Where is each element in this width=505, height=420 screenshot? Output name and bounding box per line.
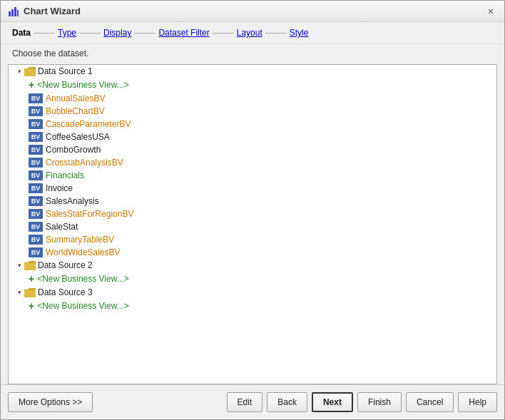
step-divider-4 [213,33,234,34]
chart-wizard-icon [8,6,19,17]
step-divider-5 [265,33,287,34]
bv-worldwide-label: WorldWideSalesBV [46,247,120,257]
step-divider-2 [79,33,101,34]
tree-bv-crosstabanalysisBV[interactable]: BV CrosstabAnalysisBV [9,156,496,169]
close-button[interactable]: × [484,5,497,18]
bv-badge-financials: BV [29,170,43,180]
step-display: Display [103,28,131,38]
expand-icon-ds1: ▾ [14,66,24,76]
svg-rect-2 [14,7,16,16]
bv-badge-summary: BV [29,235,43,245]
tree-bv-cascadeparameterbv[interactable]: BV CascadeParameterBV [9,118,496,130]
tree-bv-coffeesalesusa[interactable]: BV CoffeeSalesUSA [9,130,496,143]
bv-badge-crosstab: BV [29,158,43,168]
bv-bubble-label: BubbleChartBV [46,106,105,116]
chart-wizard-dialog: Chart Wizard × Data Type Display Dataset… [0,0,505,420]
bv-cascade-label: CascadeParameterBV [46,119,131,129]
tree-bv-invoice[interactable]: BV Invoice [9,182,496,195]
back-button[interactable]: Back [267,392,307,412]
plus-icon-ds2: + [29,273,34,285]
bv-salestat-label: SaleStat [46,222,78,232]
title-bar-left: Chart Wizard [8,6,81,17]
plus-icon-ds1: + [29,79,34,91]
edit-button[interactable]: Edit [227,392,263,412]
step-layout-label[interactable]: Layout [237,28,262,38]
more-options-button[interactable]: More Options >> [8,392,93,412]
bv-crosstab-label: CrosstabAnalysisBV [46,158,123,168]
step-data: Data [12,28,31,38]
cancel-button[interactable]: Cancel [406,392,454,412]
wizard-steps: Data Type Display Dataset Filter Layout … [1,22,504,44]
tree-bv-salestat[interactable]: BV SaleStat [9,220,496,233]
title-bar: Chart Wizard × [1,1,504,22]
bv-badge-coffee: BV [29,132,43,142]
button-bar: More Options >> Edit Back Next Finish Ca… [1,384,504,419]
tree-new-bv-ds1[interactable]: + <New Business View...> [9,78,496,92]
tree-new-bv-ds3[interactable]: + <New Business View...> [9,299,496,313]
bv-financials-label: Financials [46,170,84,180]
svg-rect-1 [11,9,14,16]
new-bv-ds1-label: <New Business View...> [37,80,129,90]
step-type: Type [58,28,76,38]
bv-badge-invoice: BV [29,183,43,193]
bv-summary-label: SummaryTableBV [46,235,114,245]
bv-combo-label: ComboGrowth [46,145,101,155]
folder-icon-ds1 [24,66,36,76]
bv-annual-label: AnnualSalesBV [46,93,105,103]
tree-folder-datasource-2[interactable]: ▾ Data Source 2 [9,259,496,272]
new-bv-ds2-label: <New Business View...> [37,274,129,284]
bv-salesanalysis-label: SalesAnalysis [46,196,99,206]
step-dataset-filter-label[interactable]: Dataset Filter [158,28,209,38]
folder-icon-ds3 [24,287,36,297]
datasource-1-label: Data Source 1 [38,66,93,76]
tree-folder-datasource-3[interactable]: ▾ Data Source 3 [9,286,496,299]
folder-icon-ds2 [24,260,36,270]
finish-button[interactable]: Finish [357,392,402,412]
bv-badge-annual: BV [29,93,43,103]
datasource-2-label: Data Source 2 [38,260,93,270]
help-button[interactable]: Help [458,392,497,412]
tree-bv-worldwidesalesbv[interactable]: BV WorldWideSalesBV [9,246,496,259]
plus-icon-ds3: + [29,300,34,312]
step-divider-1 [34,33,55,34]
dialog-title: Chart Wizard [24,6,81,16]
step-type-label[interactable]: Type [58,28,76,38]
expand-icon-ds3: ▾ [14,287,24,297]
step-style: Style [290,28,309,38]
bv-salesstat-label: SalesStatForRegionBV [46,209,133,219]
tree-bv-bubblechartbv[interactable]: BV BubbleChartBV [9,105,496,118]
new-bv-ds3-label: <New Business View...> [37,301,129,311]
tree-bv-combogrowth[interactable]: BV ComboGrowth [9,143,496,156]
step-layout: Layout [237,28,262,38]
step-data-label[interactable]: Data [12,28,31,38]
tree-bv-annualsalesbv[interactable]: BV AnnualSalesBV [9,92,496,105]
bv-badge-worldwide: BV [29,247,43,257]
svg-rect-0 [9,11,11,16]
tree-bv-salesstatforregionbv[interactable]: BV SalesStatForRegionBV [9,208,496,220]
next-button[interactable]: Next [312,392,353,412]
bv-badge-cascade: BV [29,119,43,129]
tree-bv-salesanalysis[interactable]: BV SalesAnalysis [9,195,496,208]
step-divider-3 [134,33,155,34]
step-description: Choose the dataset. [1,44,504,64]
bv-coffee-label: CoffeeSalesUSA [46,132,110,142]
tree-bv-summarytablebv[interactable]: BV SummaryTableBV [9,233,496,246]
bv-badge-salesstat: BV [29,209,43,219]
svg-rect-3 [17,10,19,16]
datasource-3-label: Data Source 3 [38,287,93,297]
bv-badge-bubble: BV [29,106,43,116]
dataset-tree-scroll[interactable]: ▾ Data Source 1 + <New Business View...>… [9,65,496,384]
tree-folder-datasource-1[interactable]: ▾ Data Source 1 [9,65,496,78]
bv-badge-combo: BV [29,145,43,155]
tree-new-bv-ds2[interactable]: + <New Business View...> [9,272,496,286]
step-display-label[interactable]: Display [103,28,131,38]
bv-badge-salesanalysis: BV [29,196,43,206]
bv-invoice-label: Invoice [46,183,73,193]
bv-badge-salestat: BV [29,222,43,232]
dataset-tree-container: ▾ Data Source 1 + <New Business View...>… [8,64,497,384]
tree-bv-financials[interactable]: BV Financials [9,169,496,182]
step-dataset-filter: Dataset Filter [158,28,209,38]
step-style-label[interactable]: Style [290,28,309,38]
expand-icon-ds2: ▾ [14,260,24,270]
